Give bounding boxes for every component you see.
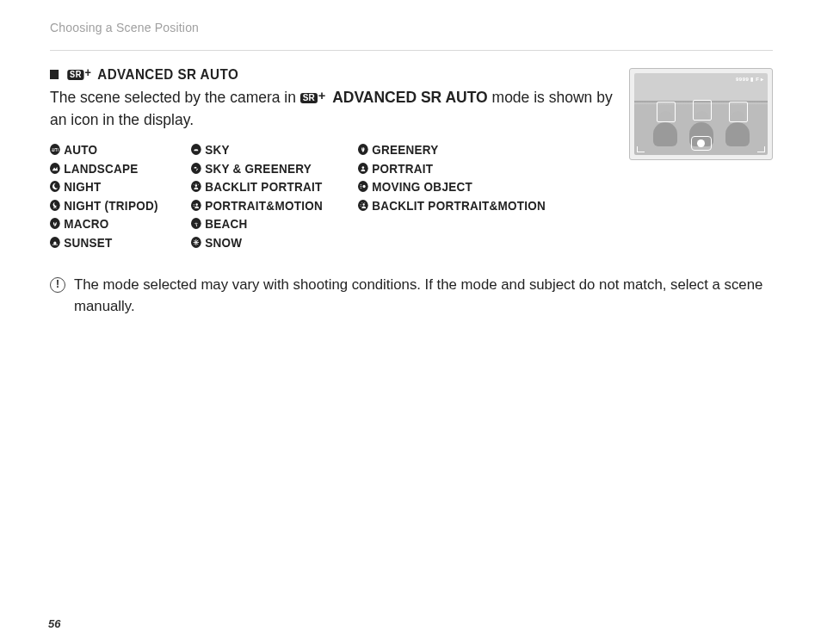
- svg-point-4: [361, 166, 364, 169]
- plus-icon: +: [318, 89, 326, 102]
- scene-item-beach: BEACH: [191, 216, 323, 231]
- section-title: SR+ ADVANCED SR AUTO: [50, 66, 238, 83]
- landscape-icon: [50, 163, 60, 174]
- caution-icon: !: [50, 277, 65, 293]
- scene-item-sunset: SUNSET: [50, 235, 158, 250]
- scene-list: AUTOAUTO LANDSCAPE NIGHT NIGHT (TRIPOD) …: [50, 139, 615, 254]
- scene-label: LANDSCAPE: [64, 161, 138, 176]
- sr-badge-icon: SR: [67, 70, 83, 80]
- camera-display-illustration: 9999 ▮ F ▸: [629, 68, 773, 160]
- breadcrumb: Choosing a Scene Position: [50, 21, 773, 34]
- scene-item-landscape: LANDSCAPE: [50, 161, 158, 176]
- scene-item-snow: SNOW: [191, 235, 323, 250]
- scene-item-moving-object: MOVING OBJECT: [358, 179, 546, 194]
- plus-icon: +: [84, 66, 91, 79]
- face-detect-box: [729, 102, 748, 122]
- display-overlay-text: 9999 ▮ F ▸: [736, 76, 764, 82]
- scene-item-greenery: GREENERY: [358, 142, 546, 157]
- scene-label: SUNSET: [64, 235, 112, 250]
- scene-indicator-icon: [691, 136, 712, 151]
- scene-label: BACKLIT PORTRAIT&MOTION: [372, 198, 546, 213]
- night-icon: [50, 181, 60, 192]
- corner-bracket-icon: [637, 146, 645, 152]
- backlit-portrait-motion-icon: [358, 200, 368, 211]
- scene-item-night-tripod: NIGHT (TRIPOD): [50, 198, 158, 213]
- svg-point-1: [53, 241, 56, 245]
- svg-text:AUTO: AUTO: [52, 148, 59, 152]
- scene-label: MACRO: [64, 216, 108, 231]
- intro-text: The scene selected by the camera in SR+ …: [50, 86, 615, 132]
- scene-column: SKY SKY & GREENERY BACKLIT PORTRAIT PORT…: [191, 139, 337, 254]
- corner-bracket-icon: [757, 146, 765, 152]
- section-title-text: ADVANCED SR AUTO: [97, 66, 238, 82]
- sky-greenery-icon: [191, 163, 201, 174]
- scene-label: SKY & GREENERY: [205, 161, 312, 176]
- scene-item-sky-greenery: SKY & GREENERY: [191, 161, 323, 176]
- scene-label: BEACH: [205, 216, 247, 231]
- intro-bold: ADVANCED SR AUTO: [332, 89, 488, 106]
- scene-label: SNOW: [205, 235, 242, 250]
- scene-label: MOVING OBJECT: [372, 179, 472, 194]
- scene-label: PORTRAIT&MOTION: [205, 198, 323, 213]
- svg-point-3: [195, 203, 197, 206]
- caution-text: The mode selected may vary with shooting…: [74, 274, 773, 317]
- scene-label: GREENERY: [372, 142, 438, 157]
- backlit-portrait-icon: [191, 181, 201, 192]
- scene-item-sky: SKY: [191, 142, 323, 157]
- scene-item-backlit-portrait: BACKLIT PORTRAIT: [191, 179, 323, 194]
- face-detect-box: [693, 100, 712, 121]
- scene-item-night: NIGHT: [50, 179, 158, 194]
- scene-label: BACKLIT PORTRAIT: [205, 179, 322, 194]
- auto-icon: AUTO: [50, 144, 60, 155]
- svg-point-6: [362, 203, 364, 206]
- intro-prefix: The scene selected by the camera in: [50, 89, 300, 106]
- beach-icon: [191, 218, 201, 229]
- scene-item-backlit-portrait-motion: BACKLIT PORTRAIT&MOTION: [358, 198, 546, 213]
- snow-icon: [191, 237, 201, 248]
- svg-point-2: [194, 184, 196, 187]
- caution-note: ! The mode selected may vary with shooti…: [50, 274, 773, 317]
- scene-item-portrait-motion: PORTRAIT&MOTION: [191, 198, 323, 213]
- scene-label: NIGHT (TRIPOD): [64, 198, 158, 213]
- sunset-icon: [50, 237, 60, 248]
- sky-icon: [191, 144, 201, 155]
- square-bullet-icon: [50, 70, 59, 79]
- night-tripod-icon: [50, 200, 60, 211]
- divider: [50, 50, 773, 51]
- sr-badge-icon: SR: [300, 93, 318, 103]
- scene-column: AUTOAUTO LANDSCAPE NIGHT NIGHT (TRIPOD) …: [50, 139, 170, 254]
- page-number: 56: [48, 617, 60, 630]
- scene-column: GREENERY PORTRAIT MOVING OBJECT BACKLIT …: [358, 139, 566, 254]
- portrait-motion-icon: [191, 200, 201, 211]
- face-detect-box: [657, 102, 676, 122]
- greenery-icon: [358, 144, 368, 155]
- scene-label: AUTO: [64, 142, 97, 157]
- scene-item-auto: AUTOAUTO: [50, 142, 158, 157]
- scene-label: NIGHT: [64, 179, 101, 194]
- scene-label: PORTRAIT: [372, 161, 433, 176]
- macro-icon: [50, 218, 60, 229]
- moving-object-icon: [358, 181, 368, 192]
- portrait-icon: [358, 163, 368, 174]
- svg-point-5: [362, 185, 365, 189]
- scene-item-macro: MACRO: [50, 216, 158, 231]
- scene-item-portrait: PORTRAIT: [358, 161, 546, 176]
- scene-label: SKY: [205, 142, 230, 157]
